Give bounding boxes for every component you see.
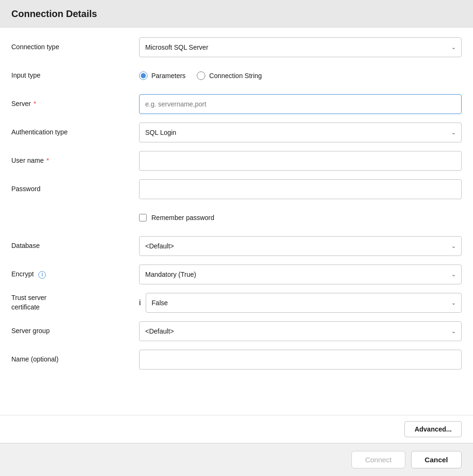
name-optional-control [139,350,462,370]
server-group-row: Server group <Default> ⌄ [11,321,462,342]
input-type-connection-string-radio[interactable] [197,71,205,80]
server-row: Server * [11,94,462,115]
database-label: Database [11,241,139,251]
input-type-control: Parameters Connection String [139,71,462,80]
trust-cert-label: Trust server certificate [11,293,139,312]
dialog-title: Connection Details [11,9,462,19]
database-select-wrapper: <Default> ⌄ [139,236,462,256]
server-group-select[interactable]: <Default> [139,321,462,341]
advanced-footer: Advanced... [0,415,473,443]
password-input[interactable] [139,179,462,199]
input-type-parameters-radio[interactable] [139,71,148,80]
trust-cert-select-wrapper: False True ⌄ [146,293,462,313]
advanced-button[interactable]: Advanced... [404,421,462,437]
trust-cert-control-wrapper: i False True ⌄ [139,293,462,313]
connection-type-select[interactable]: Microsoft SQL Server PostgreSQL MySQL SQ… [139,37,462,57]
password-row: Password [11,179,462,200]
encrypt-row: Encrypt i Mandatory (True) Optional (Fal… [11,264,462,285]
input-type-parameters-label[interactable]: Parameters [139,71,185,80]
connection-type-select-wrapper: Microsoft SQL Server PostgreSQL MySQL SQ… [139,37,462,57]
auth-type-select[interactable]: SQL Login Windows Authentication Azure A… [139,123,462,142]
username-input[interactable] [139,151,462,171]
remember-password-label[interactable]: Remember password [139,214,214,221]
remember-password-row: Remember password [11,207,462,228]
server-required-indicator: * [32,100,36,107]
server-label: Server * [11,99,139,109]
input-type-parameters-text: Parameters [151,72,185,79]
name-optional-row: Name (optional) [11,349,462,370]
name-optional-label: Name (optional) [11,355,139,364]
input-type-connection-string-label[interactable]: Connection String [197,71,262,80]
database-select[interactable]: <Default> [139,236,462,256]
connection-type-control: Microsoft SQL Server PostgreSQL MySQL SQ… [139,37,462,57]
server-group-label: Server group [11,326,139,336]
server-group-control: <Default> ⌄ [139,321,462,341]
auth-type-row: Authentication type SQL Login Windows Au… [11,122,462,143]
database-control: <Default> ⌄ [139,236,462,256]
input-type-label: Input type [11,71,139,80]
database-row: Database <Default> ⌄ [11,236,462,256]
encrypt-control: Mandatory (True) Optional (False) Strict… [139,264,462,284]
auth-type-select-wrapper: SQL Login Windows Authentication Azure A… [139,123,462,142]
remember-password-text: Remember password [151,214,214,221]
username-row: User name * [11,150,462,171]
auth-type-control: SQL Login Windows Authentication Azure A… [139,123,462,142]
remember-password-checkbox[interactable] [139,214,147,221]
encrypt-select-wrapper: Mandatory (True) Optional (False) Strict… [139,264,462,284]
encrypt-info-icon[interactable]: i [38,271,46,279]
name-optional-input[interactable] [139,350,462,370]
trust-cert-info-icon[interactable]: i [139,299,141,307]
server-group-select-wrapper: <Default> ⌄ [139,321,462,341]
input-type-connection-string-text: Connection String [209,72,262,79]
encrypt-select[interactable]: Mandatory (True) Optional (False) Strict [139,264,462,284]
input-type-radio-group: Parameters Connection String [139,71,462,80]
connection-type-row: Connection type Microsoft SQL Server Pos… [11,37,462,58]
bottom-footer: Connect Cancel [0,443,473,476]
username-control [139,151,462,171]
cancel-button[interactable]: Cancel [411,451,462,468]
connect-button: Connect [351,451,405,468]
username-label: User name * [11,156,139,166]
username-required-indicator: * [44,157,49,164]
server-control [139,94,462,114]
connection-type-label: Connection type [11,43,139,52]
input-type-row: Input type Parameters Connection String [11,65,462,86]
server-input[interactable] [139,94,462,114]
password-label: Password [11,185,139,194]
password-control [139,179,462,199]
trust-cert-row: Trust server certificate i False True ⌄ [11,292,462,313]
encrypt-label: Encrypt i [11,270,139,279]
auth-type-label: Authentication type [11,128,139,137]
trust-cert-select[interactable]: False True [146,293,462,313]
